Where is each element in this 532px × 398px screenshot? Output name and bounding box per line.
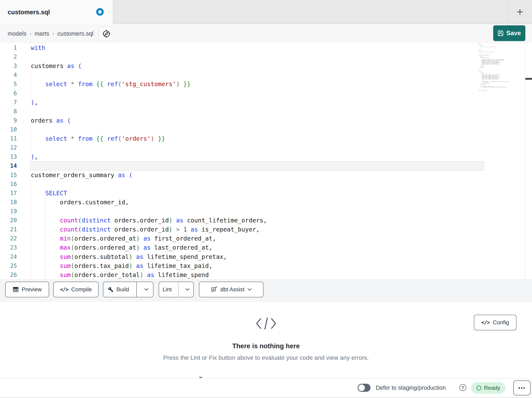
code-line[interactable]: 15customer_orders_summary as ( bbox=[0, 170, 532, 180]
tab-title: customers.sql bbox=[8, 9, 50, 16]
code-line[interactable]: 2 bbox=[0, 52, 532, 61]
indent-guide bbox=[30, 179, 31, 280]
assist-sparkle-chat-icon bbox=[211, 286, 217, 293]
preview-label: Preview bbox=[22, 286, 42, 293]
save-button[interactable]: Save bbox=[493, 25, 525, 41]
ready-status-icon bbox=[476, 385, 481, 390]
line-number[interactable]: 22 bbox=[0, 235, 22, 242]
save-label: Save bbox=[506, 30, 521, 37]
line-number[interactable]: 14 bbox=[0, 163, 22, 169]
code-editor[interactable]: 1with23customers as (45 select * from {{… bbox=[0, 43, 532, 280]
line-number[interactable]: 9 bbox=[0, 117, 22, 124]
line-number[interactable]: 12 bbox=[0, 144, 22, 151]
explore-lineage-button[interactable] bbox=[99, 27, 114, 41]
line-number[interactable]: 26 bbox=[0, 272, 22, 278]
line-number[interactable]: 25 bbox=[0, 262, 22, 269]
breadcrumb-file[interactable]: customers.sql bbox=[57, 30, 93, 37]
code-line[interactable]: 9orders as ( bbox=[0, 116, 532, 125]
code-line[interactable]: 4 bbox=[0, 71, 532, 79]
split-divider bbox=[178, 282, 179, 297]
line-number[interactable]: 7 bbox=[0, 99, 22, 106]
line-number[interactable]: 15 bbox=[0, 172, 22, 178]
line-number[interactable]: 19 bbox=[0, 208, 22, 215]
code-line[interactable]: 16 bbox=[0, 180, 532, 189]
line-number[interactable]: 16 bbox=[0, 181, 22, 187]
code-line[interactable]: 21 count(distinct orders.order_id) > 1 a… bbox=[0, 225, 532, 234]
code-line[interactable]: 18 orders.customer_id, bbox=[0, 198, 532, 207]
code-line[interactable]: 23 max(orders.ordered_at) as last_ordere… bbox=[0, 243, 532, 252]
line-number[interactable]: 1 bbox=[0, 45, 22, 51]
code-line[interactable]: 19 bbox=[0, 207, 532, 216]
build-dropdown-button[interactable] bbox=[140, 282, 153, 297]
breadcrumb-row: models › marts › customers.sql Save bbox=[0, 24, 532, 43]
dbt-assist-button[interactable]: dbt Assist bbox=[199, 282, 264, 297]
line-number[interactable]: 5 bbox=[0, 81, 22, 87]
chevron-down-icon bbox=[144, 288, 149, 291]
code-line[interactable]: 6 bbox=[0, 89, 532, 98]
line-number[interactable]: 24 bbox=[0, 254, 22, 260]
defer-toggle[interactable] bbox=[358, 384, 370, 392]
code-line[interactable]: 10 bbox=[0, 125, 532, 134]
code-line[interactable]: 7), bbox=[0, 98, 532, 107]
line-number[interactable]: 21 bbox=[0, 226, 22, 233]
compile-button[interactable]: </> Compile bbox=[53, 282, 99, 297]
code-line[interactable]: 22 min(orders.ordered_at) as first_order… bbox=[0, 234, 532, 243]
line-number[interactable]: 23 bbox=[0, 244, 22, 251]
editor-tab-bar: customers.sql + bbox=[0, 0, 532, 24]
line-number[interactable]: 3 bbox=[0, 63, 22, 69]
code-line[interactable]: 12 bbox=[0, 143, 532, 152]
editor-scrollbar-marker[interactable] bbox=[525, 78, 532, 80]
code-brackets-empty-icon bbox=[255, 317, 277, 330]
breadcrumb-models[interactable]: models bbox=[8, 30, 26, 37]
build-split-button: Build bbox=[103, 282, 153, 297]
breadcrumb: models › marts › customers.sql bbox=[8, 24, 93, 43]
code-line[interactable]: 1with bbox=[0, 43, 532, 52]
code-line[interactable]: 11 select * from {{ ref('orders') }} bbox=[0, 134, 532, 143]
code-line[interactable]: 26 sum(orders.order_total) as lifetime_s… bbox=[0, 270, 532, 280]
help-icon[interactable]: ? bbox=[459, 384, 466, 391]
code-line[interactable]: 17 SELECT bbox=[0, 189, 532, 198]
dbt-ide-window: customers.sql + models › marts › custome… bbox=[0, 0, 532, 398]
code-line[interactable]: 14 bbox=[0, 161, 532, 170]
code-line[interactable]: 13), bbox=[0, 152, 532, 161]
unsaved-changes-dot-icon bbox=[96, 8, 104, 16]
code-line[interactable]: 20 count(distinct orders.order_id) as co… bbox=[0, 216, 532, 225]
line-number[interactable]: 10 bbox=[0, 126, 22, 133]
new-tab-button[interactable]: + bbox=[512, 4, 528, 20]
line-number[interactable]: 17 bbox=[0, 190, 22, 196]
build-button[interactable]: Build bbox=[103, 282, 133, 297]
status-badge[interactable]: Ready bbox=[471, 382, 506, 394]
overflow-menu-button[interactable]: ••• bbox=[513, 380, 531, 395]
tab-customers-sql[interactable]: customers.sql bbox=[0, 0, 113, 24]
preview-button[interactable]: Preview bbox=[5, 282, 49, 297]
action-toolbar: Preview </> Compile Build Lint bbox=[0, 280, 532, 302]
line-number[interactable]: 4 bbox=[0, 72, 22, 78]
table-icon bbox=[13, 287, 19, 293]
line-number[interactable]: 2 bbox=[0, 53, 22, 60]
minimap-text: with customers as ( select * from {{ ref… bbox=[478, 43, 494, 91]
code-brackets-icon: </> bbox=[60, 287, 68, 293]
lint-label: Lint bbox=[163, 286, 171, 293]
code-lines: 1with23customers as (45 select * from {{… bbox=[0, 43, 532, 280]
breadcrumb-marts[interactable]: marts bbox=[35, 30, 49, 37]
line-number[interactable]: 11 bbox=[0, 135, 22, 142]
code-line[interactable]: 5 select * from {{ ref('stg_customers') … bbox=[0, 79, 532, 89]
code-line[interactable]: 25 sum(orders.tax_paid) as lifetime_tax_… bbox=[0, 261, 532, 270]
line-number[interactable]: 13 bbox=[0, 153, 22, 160]
line-number[interactable]: 20 bbox=[0, 217, 22, 224]
ready-label: Ready bbox=[484, 385, 500, 391]
line-number[interactable]: 6 bbox=[0, 90, 22, 97]
indent-guide bbox=[30, 125, 31, 152]
tab-bar-divider bbox=[507, 0, 508, 24]
lint-dropdown-button[interactable] bbox=[181, 282, 193, 297]
line-number[interactable]: 8 bbox=[0, 108, 22, 115]
code-line[interactable]: 3customers as ( bbox=[0, 61, 532, 71]
editor-minimap[interactable]: with customers as ( select * from {{ ref… bbox=[478, 43, 525, 93]
chevron-down-icon bbox=[247, 288, 252, 291]
config-button[interactable]: </> Config bbox=[474, 315, 517, 330]
status-bar: Defer to staging/production ? Ready ••• bbox=[0, 378, 532, 397]
line-number[interactable]: 18 bbox=[0, 199, 22, 206]
code-line[interactable]: 24 sum(orders.subtotal) as lifetime_spen… bbox=[0, 252, 532, 261]
lint-button[interactable]: Lint bbox=[159, 282, 175, 297]
code-line[interactable]: 8 bbox=[0, 107, 532, 116]
